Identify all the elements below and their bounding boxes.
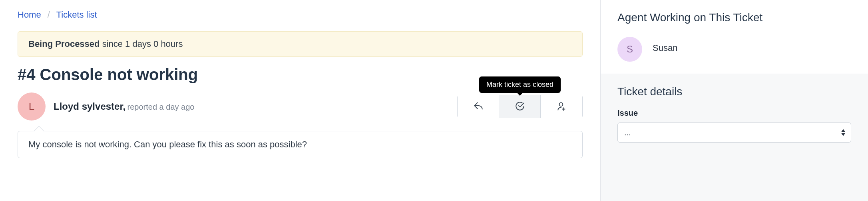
breadcrumb-home-link[interactable]: Home [18, 10, 41, 20]
tooltip-mark-closed: Mark ticket as closed [479, 76, 561, 93]
reporter-name: Lloyd sylvester, [54, 101, 125, 112]
reporter-info: L Lloyd sylvester, reported a day ago [18, 92, 194, 121]
status-since: since 1 days 0 hours [102, 39, 183, 49]
status-banner: Being Processed since 1 days 0 hours [18, 31, 583, 57]
mark-closed-button[interactable] [499, 95, 541, 118]
check-circle-icon [515, 101, 525, 113]
svg-point-0 [559, 103, 563, 106]
agent-section: Agent Working on This Ticket S Susan [601, 0, 868, 74]
sidebar: Agent Working on This Ticket S Susan Tic… [600, 0, 868, 201]
reporter-text: Lloyd sylvester, reported a day ago [54, 101, 194, 112]
agent-row: S Susan [617, 34, 851, 62]
issue-select-wrap: ... [617, 123, 851, 143]
agent-name: Susan [653, 43, 677, 53]
details-section: Ticket details Issue ... [601, 74, 868, 155]
agent-avatar: S [617, 37, 642, 62]
issue-label: Issue [617, 109, 851, 118]
agent-heading: Agent Working on This Ticket [617, 11, 851, 24]
reporter-time: reported a day ago [127, 103, 195, 111]
user-plus-icon [556, 101, 567, 113]
breadcrumb-tickets-link[interactable]: Tickets list [56, 10, 97, 20]
breadcrumb: Home / Tickets list [18, 10, 583, 20]
reply-button[interactable] [458, 95, 499, 118]
reporter-row: L Lloyd sylvester, reported a day ago Ma… [18, 92, 583, 121]
reply-icon [473, 101, 484, 113]
details-heading: Ticket details [617, 85, 851, 98]
issue-select[interactable]: ... [617, 123, 851, 143]
main-column: Home / Tickets list Being Processed sinc… [0, 0, 600, 201]
ticket-actions: Mark ticket as closed [457, 95, 583, 118]
status-label: Being Processed [28, 39, 100, 49]
assign-agent-button[interactable] [541, 95, 582, 118]
breadcrumb-separator: / [48, 10, 50, 20]
reporter-avatar: L [18, 92, 46, 121]
ticket-message: My console is not working. Can you pleas… [18, 131, 583, 158]
